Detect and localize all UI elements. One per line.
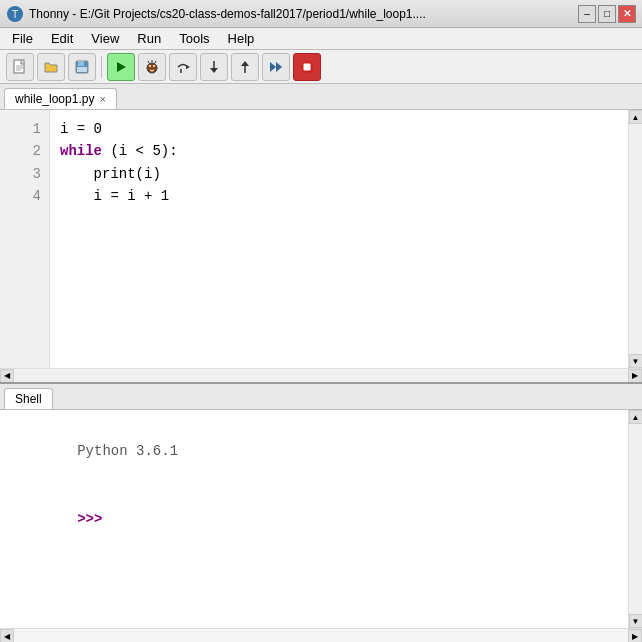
window-controls: – □ ✕ <box>578 5 636 23</box>
maximize-button[interactable]: □ <box>598 5 616 23</box>
minimize-button[interactable]: – <box>578 5 596 23</box>
save-file-btn[interactable] <box>68 53 96 81</box>
svg-marker-22 <box>270 62 276 72</box>
shell-tab[interactable]: Shell <box>4 388 53 409</box>
svg-point-12 <box>153 65 155 67</box>
resume-btn[interactable] <box>262 53 290 81</box>
menu-edit[interactable]: Edit <box>43 29 81 48</box>
step-over-btn[interactable] <box>169 53 197 81</box>
debug-btn[interactable] <box>138 53 166 81</box>
svg-text:T: T <box>12 9 18 20</box>
run-program-btn[interactable] <box>107 53 135 81</box>
shell-scroll-down[interactable]: ▼ <box>629 614 643 628</box>
svg-rect-25 <box>304 63 311 70</box>
editor-tab-label: while_loop1.py <box>15 92 94 106</box>
shell-scroll-left[interactable]: ◀ <box>0 629 14 642</box>
close-button[interactable]: ✕ <box>618 5 636 23</box>
line-numbers: 1 2 3 4 <box>0 110 50 368</box>
code-area: 1 2 3 4 i = 0 while (i < 5): print(i) i … <box>0 110 642 368</box>
svg-point-11 <box>149 65 151 67</box>
step-out-btn[interactable] <box>231 53 259 81</box>
new-file-btn[interactable] <box>6 53 34 81</box>
shell-pane: Shell Python 3.6.1 >>> ▲ ▼ ◀ ▶ <box>0 384 642 642</box>
svg-marker-19 <box>210 68 218 73</box>
menu-help[interactable]: Help <box>220 29 263 48</box>
svg-line-14 <box>155 61 156 63</box>
svg-rect-8 <box>77 67 87 72</box>
open-file-btn[interactable] <box>37 53 65 81</box>
svg-marker-9 <box>117 62 126 72</box>
editor-tab-close[interactable]: × <box>99 93 105 105</box>
menu-view[interactable]: View <box>83 29 127 48</box>
main-area: while_loop1.py × 1 2 3 4 i = 0 while (i … <box>0 84 642 642</box>
editor-vertical-scrollbar[interactable]: ▲ ▼ <box>628 110 642 368</box>
shell-scroll-right[interactable]: ▶ <box>628 629 642 642</box>
svg-marker-16 <box>186 65 190 69</box>
stop-btn[interactable] <box>293 53 321 81</box>
code-editor[interactable]: i = 0 while (i < 5): print(i) i = i + 1 <box>50 110 628 368</box>
shell-vertical-scrollbar[interactable]: ▲ ▼ <box>628 410 642 628</box>
shell-tab-label: Shell <box>15 392 42 406</box>
app-logo: T <box>6 5 24 23</box>
scroll-up-arrow[interactable]: ▲ <box>629 110 643 124</box>
editor-tab[interactable]: while_loop1.py × <box>4 88 117 109</box>
window-title: Thonny - E:/Git Projects/cs20-class-demo… <box>29 7 578 21</box>
shell-tab-bar: Shell <box>0 384 642 410</box>
titlebar: T Thonny - E:/Git Projects/cs20-class-de… <box>0 0 642 28</box>
toolbar <box>0 50 642 84</box>
menu-file[interactable]: File <box>4 29 41 48</box>
svg-line-13 <box>148 61 149 63</box>
editor-horizontal-scrollbar[interactable]: ◀ ▶ <box>0 368 642 382</box>
python-version-text: Python 3.6.1 <box>77 443 178 459</box>
shell-output[interactable]: Python 3.6.1 >>> <box>0 410 628 628</box>
svg-marker-23 <box>276 62 282 72</box>
svg-marker-21 <box>241 61 249 66</box>
shell-horizontal-scrollbar[interactable]: ◀ ▶ <box>0 628 642 642</box>
separator-1 <box>101 56 102 78</box>
shell-prompt: >>> <box>77 511 111 527</box>
shell-scroll-up[interactable]: ▲ <box>629 410 643 424</box>
menu-run[interactable]: Run <box>129 29 169 48</box>
menubar: File Edit View Run Tools Help <box>0 28 642 50</box>
editor-pane: while_loop1.py × 1 2 3 4 i = 0 while (i … <box>0 84 642 384</box>
menu-tools[interactable]: Tools <box>171 29 217 48</box>
shell-content-area: Python 3.6.1 >>> ▲ ▼ <box>0 410 642 628</box>
scroll-right-arrow[interactable]: ▶ <box>628 369 642 383</box>
scroll-down-arrow[interactable]: ▼ <box>629 354 643 368</box>
scroll-left-arrow[interactable]: ◀ <box>0 369 14 383</box>
step-into-btn[interactable] <box>200 53 228 81</box>
editor-tab-bar: while_loop1.py × <box>0 84 642 110</box>
shell-scroll-h-track[interactable] <box>14 629 628 642</box>
svg-rect-7 <box>78 61 84 66</box>
